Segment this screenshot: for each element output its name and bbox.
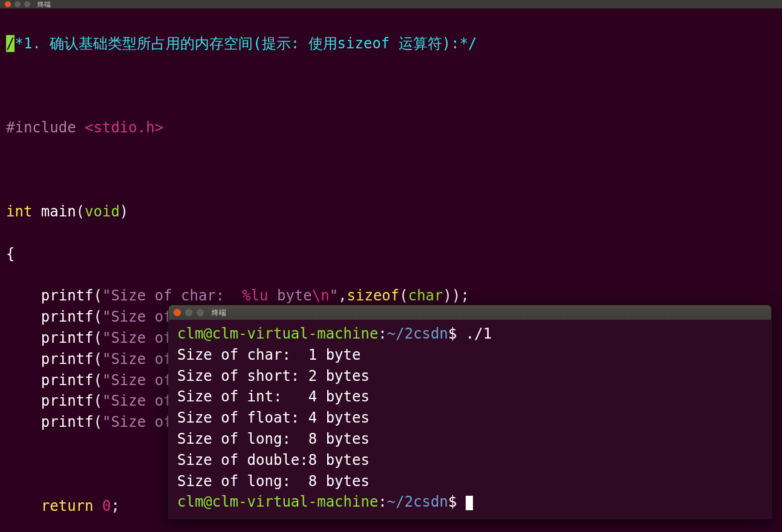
terminal-cursor xyxy=(466,496,473,510)
editor-window-title: 终端 xyxy=(37,0,51,9)
close-icon[interactable] xyxy=(5,1,11,7)
minimize-icon[interactable] xyxy=(185,309,192,316)
prompt-line: clm@clm-virtual-machine:~/2csdn$ xyxy=(177,493,466,510)
code-line-brace-open: { xyxy=(6,244,781,265)
vim-cursor: / xyxy=(6,35,15,52)
maximize-icon[interactable] xyxy=(24,1,30,7)
code-line-main: int main(void) xyxy=(6,201,781,222)
terminal-output: Size of char: 1 byte Size of short: 2 by… xyxy=(177,346,370,490)
editor-window-titlebar: 终端 xyxy=(0,0,782,8)
prompt-line: clm@clm-virtual-machine:~/2csdn$ ./1 xyxy=(177,325,492,342)
close-icon[interactable] xyxy=(174,309,181,316)
maximize-icon[interactable] xyxy=(197,309,204,316)
terminal-window[interactable]: 终端 clm@clm-virtual-machine:~/2csdn$ ./1 … xyxy=(168,305,772,519)
code-line-comment: /*1. 确认基础类型所占用的内存空间(提示: 使用sizeof 运算符):*/ xyxy=(6,33,781,54)
code-line-blank xyxy=(6,75,781,96)
terminal-window-title: 终端 xyxy=(212,308,226,318)
terminal-titlebar[interactable]: 终端 xyxy=(169,305,771,320)
code-line-include: #include <stdio.h> xyxy=(6,117,781,138)
code-line-printf: printf("Size of char: %lu byte\n",sizeof… xyxy=(6,285,781,307)
minimize-icon[interactable] xyxy=(15,1,21,7)
terminal-command: ./1 xyxy=(466,325,492,342)
terminal-body[interactable]: clm@clm-virtual-machine:~/2csdn$ ./1 Siz… xyxy=(169,320,771,519)
code-line-blank xyxy=(6,160,781,181)
